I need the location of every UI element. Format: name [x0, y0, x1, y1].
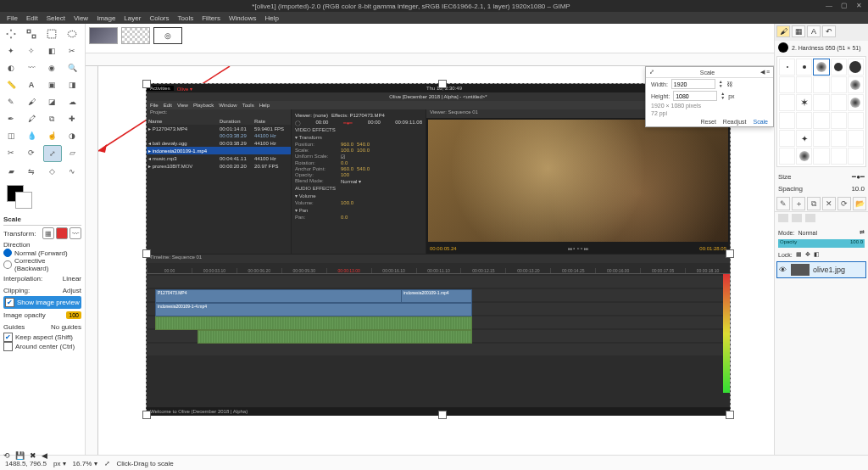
monitor-next-btn[interactable]: ⏭: [584, 246, 588, 251]
brush-item[interactable]: [813, 76, 829, 93]
tool-bucket[interactable]: ▣: [43, 77, 60, 92]
tool-options-restore-icon[interactable]: ◀: [42, 451, 47, 460]
tool-perspective[interactable]: ▰: [3, 164, 19, 179]
transform-selection-btn[interactable]: [56, 227, 68, 239]
layer-mode-switch[interactable]: ⇄: [860, 229, 865, 236]
transform-path-btn[interactable]: 〰: [70, 227, 81, 239]
clipping-dropdown[interactable]: Adjust: [63, 287, 81, 294]
timeline-v0[interactable]: indonesia200109-1-4.mp4: [147, 303, 730, 315]
interpolation-dropdown[interactable]: Linear: [63, 275, 81, 283]
keep-aspect-check[interactable]: [3, 333, 13, 342]
brush-del-btn[interactable]: ✕: [822, 197, 836, 210]
tool-rotate[interactable]: ⟳: [23, 145, 40, 160]
rotation-field[interactable]: 0.0: [341, 160, 348, 165]
brush-new-btn[interactable]: ＋: [792, 197, 805, 210]
tool-scissors[interactable]: ✂: [64, 43, 81, 59]
brush-item[interactable]: [813, 112, 829, 129]
project-row[interactable]: ◂ bali dewały.ogg00:03:38.2944100 Hz: [147, 139, 291, 147]
tool-move[interactable]: [3, 26, 19, 42]
close-icon[interactable]: ✕: [856, 2, 865, 10]
brush-open-btn[interactable]: 📂: [853, 197, 866, 210]
tool-align[interactable]: [23, 26, 40, 42]
tool-measure[interactable]: 📏: [3, 77, 19, 92]
status-zoom-dropdown[interactable]: 16.7% ▾: [73, 460, 97, 467]
status-unit-dropdown[interactable]: px ▾: [53, 460, 66, 467]
brush-item[interactable]: [779, 59, 795, 76]
tool-rect-select[interactable]: [43, 26, 60, 42]
brush-item[interactable]: [848, 76, 864, 93]
brush-item[interactable]: [779, 112, 795, 129]
timeline-audio-clip[interactable]: [155, 316, 472, 330]
project-row[interactable]: ◂ music.mp300:04:41.1144100 Hz: [147, 154, 291, 162]
menu-file[interactable]: File: [7, 14, 18, 22]
brush-item[interactable]: [848, 130, 864, 147]
dock-tab-fonts[interactable]: A: [807, 25, 821, 37]
olive-menu-view[interactable]: View: [177, 103, 188, 108]
maximize-icon[interactable]: ▢: [841, 2, 849, 10]
uniform-check[interactable]: ☑: [341, 154, 345, 159]
olive-menu-playback[interactable]: Playback: [193, 103, 214, 108]
anchor-x-field[interactable]: 960.0: [341, 166, 353, 171]
tool-zoom[interactable]: 🔍: [64, 60, 81, 76]
layer-thumbnail[interactable]: [791, 264, 810, 276]
monitor-step-fwd-btn[interactable]: ▶: [581, 246, 583, 251]
tool-fuzzy-select[interactable]: ✧: [23, 43, 40, 59]
tool-airbrush[interactable]: ☁: [64, 94, 81, 109]
project-row[interactable]: 00:03:38.2944100 Hz: [147, 132, 291, 139]
brush-item[interactable]: [813, 94, 829, 111]
scale-unit-dropdown[interactable]: px: [728, 93, 734, 99]
tool-cage[interactable]: ◇: [43, 164, 60, 179]
brush-item[interactable]: [813, 130, 829, 147]
transform-layer-btn[interactable]: ▦: [42, 227, 54, 239]
scale-handle-se[interactable]: [726, 411, 734, 419]
scale-reset-btn[interactable]: Reset: [701, 119, 716, 125]
tool-dodge[interactable]: ◑: [64, 128, 81, 143]
project-row[interactable]: ▸ P1270473.MP400:01:14.0159.9401 FPS: [147, 125, 291, 132]
tool-ink[interactable]: ✒: [3, 111, 19, 126]
brush-dup-btn[interactable]: ⧉: [807, 197, 821, 210]
tool-brush[interactable]: 🖌: [23, 94, 40, 109]
brush-edit-btn[interactable]: ✎: [776, 197, 790, 210]
pan-field[interactable]: 0.0: [341, 215, 348, 220]
scale-y-field[interactable]: 100.0: [357, 148, 370, 153]
monitor-prev-btn[interactable]: ⏮: [568, 246, 572, 251]
layer-opacity-slider[interactable]: Opacity 100.0: [778, 239, 865, 248]
tool-foreground[interactable]: ◐: [3, 60, 19, 76]
monitor-step-back-btn[interactable]: ◀: [573, 246, 576, 251]
layer-name[interactable]: olive1.jpg: [813, 266, 845, 274]
tool-paths[interactable]: 〰: [23, 60, 40, 76]
image-tab-0[interactable]: [89, 27, 118, 44]
tool-persp-clone[interactable]: ◫: [3, 128, 19, 143]
brush-item[interactable]: [796, 59, 812, 76]
pos-x-field[interactable]: 960.0: [341, 142, 353, 147]
brush-item[interactable]: [779, 130, 795, 147]
tool-clone[interactable]: ⧉: [43, 111, 60, 126]
scale-handle-w[interactable]: [142, 249, 151, 258]
timeline-clip[interactable]: indonesia200109-1.mp4: [401, 289, 472, 303]
scale-width-input[interactable]: [671, 79, 715, 89]
olive-menu-file[interactable]: File: [150, 103, 159, 108]
scale-dialog-detach-icon[interactable]: ◀: [760, 69, 765, 75]
scale-x-field[interactable]: 100.0: [341, 148, 353, 153]
layer-row[interactable]: 👁 olive1.jpg: [776, 261, 866, 278]
brush-item[interactable]: [848, 148, 864, 165]
radio-backward[interactable]: [3, 260, 12, 269]
lock-alpha-btn[interactable]: ◧: [814, 251, 820, 258]
channels-tab[interactable]: [792, 214, 802, 222]
menu-windows[interactable]: Windows: [229, 14, 256, 22]
tool-blur[interactable]: 💧: [23, 128, 40, 143]
width-spin-down[interactable]: ▼: [719, 84, 723, 88]
tool-gradient[interactable]: ◨: [64, 77, 81, 92]
menu-layer[interactable]: Layer: [124, 14, 141, 22]
tool-free-select[interactable]: ✦: [3, 43, 19, 59]
olive-menu-tools[interactable]: Tools: [242, 103, 254, 108]
tool-shear[interactable]: ▱: [64, 145, 81, 160]
scale-handle-sw[interactable]: [142, 411, 151, 419]
project-row-selected[interactable]: ▸ indonesia200109-1.mp4: [147, 147, 291, 154]
minimize-icon[interactable]: —: [826, 2, 834, 10]
brush-item[interactable]: [813, 59, 829, 76]
tool-eraser[interactable]: ◪: [43, 94, 60, 109]
dock-tab-brushes[interactable]: 🖌: [776, 25, 790, 37]
menu-edit[interactable]: Edit: [26, 14, 38, 22]
bg-color[interactable]: [15, 192, 32, 209]
